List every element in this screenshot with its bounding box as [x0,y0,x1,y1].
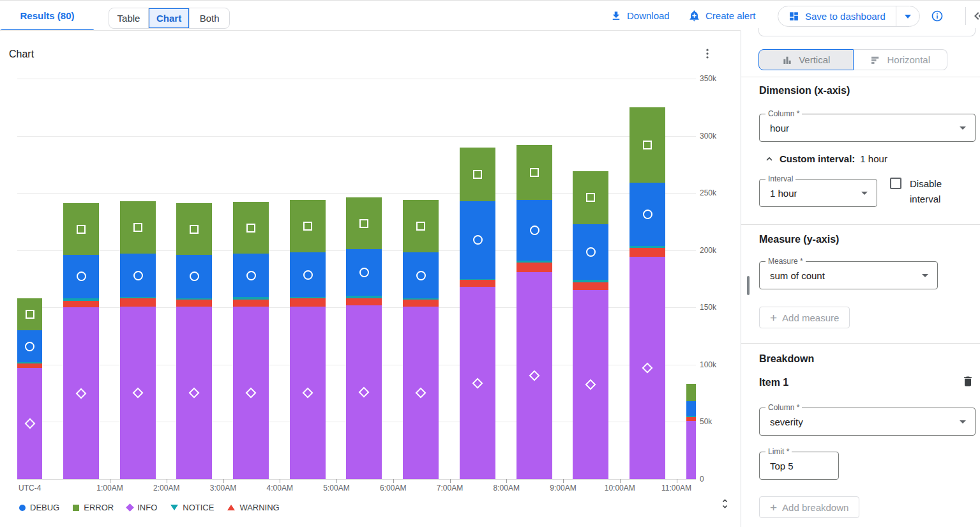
measure-select[interactable]: Measure * sum of count [759,261,938,289]
bar-segment-debug[interactable] [516,200,552,261]
bar-segment-notice[interactable] [63,298,99,301]
bar-segment-debug[interactable] [403,252,439,298]
bar-segment-error[interactable] [346,197,382,249]
bar-segment-warning[interactable] [346,298,382,305]
create-alert-button[interactable]: Create alert [688,1,755,31]
view-toggle-both[interactable]: Both [190,8,229,28]
bar-segment-error[interactable] [403,200,439,252]
bar-segment-info[interactable] [573,290,608,479]
bar-segment-notice[interactable] [629,246,665,248]
clipped-field-fragment[interactable] [758,28,976,36]
info-button[interactable] [931,10,944,25]
bar-segment-debug[interactable] [63,255,99,298]
bar-segment-warning[interactable] [290,298,326,307]
bar-segment-warning[interactable] [120,298,156,307]
bar-segment-error[interactable] [63,203,99,255]
bar-segment-error[interactable] [290,200,326,252]
bar-segment-warning[interactable] [233,300,269,307]
bar-segment-notice[interactable] [176,298,212,300]
bar-segment-info[interactable] [290,307,326,480]
debug-marker-icon [473,235,483,245]
bar-segment-warning[interactable] [17,363,42,368]
bar-segment-debug[interactable] [233,254,269,297]
interval-select[interactable]: Interval 1 hour [759,179,877,207]
bar-segment-debug[interactable] [629,183,665,246]
chart-menu-button[interactable] [701,46,714,64]
bar-segment-notice[interactable] [233,297,269,300]
bar-segment-notice[interactable] [403,298,439,300]
orientation-horizontal-button[interactable]: Horizontal [854,49,948,70]
bar-segment-debug[interactable] [120,254,156,297]
save-to-dashboard-menu-button[interactable] [896,6,919,26]
bar-segment-info[interactable] [346,305,382,479]
x-tick [336,479,337,483]
bar-segment-info[interactable] [63,307,99,479]
bar-segment-info[interactable] [460,287,495,479]
bar-segment-debug[interactable] [346,249,382,296]
bar-segment-notice[interactable] [120,297,156,298]
delete-breakdown-button[interactable] [961,374,974,391]
bar-segment-debug[interactable] [686,401,696,416]
download-button[interactable]: Download [610,1,670,31]
bar-segment-notice[interactable] [573,280,608,282]
bar-segment-debug[interactable] [460,201,495,279]
debug-marker-icon [25,342,34,351]
collapse-panel-button[interactable] [971,8,980,26]
bar-segment-debug[interactable] [290,252,326,297]
bar-segment-info[interactable] [516,272,552,479]
bar-segment-warning[interactable] [629,248,665,257]
bar-segment-info[interactable] [176,307,212,480]
error-marker-icon [359,219,368,228]
tab-results[interactable]: Results (80) [0,1,94,31]
bar-segment-info[interactable] [120,307,156,480]
bar-segment-error[interactable] [120,201,156,254]
bar-segment-notice[interactable] [346,296,382,298]
bar-segment-error[interactable] [176,203,212,255]
bar-segment-warning[interactable] [516,263,552,271]
bar-segment-error[interactable] [573,171,608,224]
bar-segment-info[interactable] [17,368,42,479]
bar-segment-notice[interactable] [460,279,495,280]
bar-segment-error[interactable] [516,145,552,200]
bar-segment-info[interactable] [233,307,269,480]
orientation-vertical-button[interactable]: Vertical [758,49,854,70]
bar-segment-warning[interactable] [686,417,696,420]
bar-segment-notice[interactable] [17,362,42,363]
info-marker-icon [303,387,313,398]
bar-segment-notice[interactable] [516,261,552,263]
gridline [17,479,696,480]
bar-segment-notice[interactable] [290,297,326,298]
bar-segment-warning[interactable] [403,300,439,307]
bar-segment-info[interactable] [403,307,439,480]
info-marker-icon [24,418,35,429]
save-to-dashboard-button[interactable]: Save to dashboard [778,6,896,26]
bar-segment-debug[interactable] [573,224,608,280]
bar-segment-warning[interactable] [460,280,495,287]
custom-interval-toggle[interactable]: Custom interval: 1 hour [764,153,887,164]
bar-segment-error[interactable] [460,148,495,201]
bar-segment-warning[interactable] [573,282,608,291]
bar-segment-warning[interactable] [176,300,212,307]
add-measure-button[interactable]: + Add measure [759,307,850,328]
bar-segment-info[interactable] [686,421,696,479]
breakdown-limit-field[interactable]: Limit * Top 5 [759,452,839,480]
disable-interval-checkbox[interactable] [890,178,901,189]
bar-segment-debug[interactable] [176,255,212,298]
bar-segment-error[interactable] [629,107,665,183]
bar-segment-error[interactable] [233,202,269,254]
panel-scrollbar-thumb[interactable] [747,276,750,295]
dimension-column-select[interactable]: Column * hour [759,114,976,142]
view-toggle-chart[interactable]: Chart [149,8,190,28]
bar-segment-debug[interactable] [17,330,42,362]
expand-results-button[interactable] [719,498,731,512]
bar-segment-info[interactable] [629,257,665,479]
bar-segment-error[interactable] [686,384,696,401]
add-breakdown-button[interactable]: + Add breakdown [759,496,859,518]
bar-segment-notice[interactable] [686,416,696,417]
breakdown-column-select[interactable]: Column * severity [759,408,976,436]
view-toggle-table[interactable]: Table [109,8,149,28]
double-chevron-left-icon [971,8,980,24]
top-toolbar: Results (80) Table Chart Both Download C… [0,0,980,31]
bar-segment-error[interactable] [17,298,42,330]
bar-segment-warning[interactable] [63,301,99,308]
